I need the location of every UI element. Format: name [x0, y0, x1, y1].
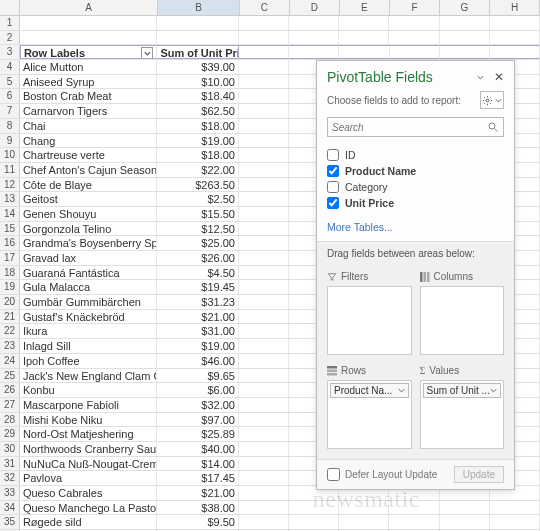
cell-product-name[interactable]: Chartreuse verte: [20, 148, 157, 162]
cell-value[interactable]: $21.00: [157, 310, 239, 324]
row-header-12[interactable]: 12: [0, 178, 20, 192]
row-header-18[interactable]: 18: [0, 266, 20, 280]
cell-value[interactable]: $9.50: [157, 515, 239, 529]
column-header-F[interactable]: F: [390, 0, 440, 15]
cell-value[interactable]: $40.00: [157, 442, 239, 456]
field-item-product-name[interactable]: Product Name: [327, 163, 504, 179]
cell-empty[interactable]: [239, 398, 289, 412]
cell-product-name[interactable]: Guaraná Fantástica: [20, 266, 157, 280]
cell-empty[interactable]: [239, 427, 289, 441]
area-pill[interactable]: Sum of Unit ...: [423, 383, 502, 398]
cell-empty[interactable]: [390, 45, 440, 59]
cell-empty[interactable]: [289, 45, 339, 59]
cell-product-name[interactable]: NuNuCa Nuß-Nougat-Creme: [20, 457, 157, 471]
cell-value[interactable]: $19.45: [157, 280, 239, 294]
row-header-11[interactable]: 11: [0, 163, 20, 177]
cell-product-name[interactable]: Northwoods Cranberry Sauce: [20, 442, 157, 456]
area-columns-body[interactable]: [420, 286, 505, 355]
row-header-24[interactable]: 24: [0, 354, 20, 368]
row-labels-filter-button[interactable]: [141, 47, 153, 59]
cell-product-name[interactable]: Chef Anton's Cajun Seasoning: [20, 163, 157, 177]
cell-value[interactable]: $4.50: [157, 266, 239, 280]
area-values[interactable]: ΣValues Sum of Unit ...: [420, 363, 505, 449]
cell-empty[interactable]: [239, 163, 289, 177]
cell-empty[interactable]: [289, 515, 339, 529]
cell-value[interactable]: $18.00: [157, 148, 239, 162]
cell-value[interactable]: $9.65: [157, 369, 239, 383]
cell-empty[interactable]: [239, 192, 289, 206]
cell-empty[interactable]: [440, 501, 490, 515]
cell-value[interactable]: $25.89: [157, 427, 239, 441]
cell-empty[interactable]: [239, 383, 289, 397]
row-header-29[interactable]: 29: [0, 427, 20, 441]
row-header-20[interactable]: 20: [0, 295, 20, 309]
cell-value[interactable]: $10.00: [157, 75, 239, 89]
field-item-unit-price[interactable]: Unit Price: [327, 195, 504, 211]
row-header-27[interactable]: 27: [0, 398, 20, 412]
cell-empty[interactable]: [239, 369, 289, 383]
cell-product-name[interactable]: Gorgonzola Telino: [20, 222, 157, 236]
row-header-13[interactable]: 13: [0, 192, 20, 206]
row-header-2[interactable]: 2: [0, 31, 20, 45]
cell-empty[interactable]: [289, 501, 339, 515]
cell-empty[interactable]: [339, 31, 389, 45]
cell-value[interactable]: [157, 31, 239, 45]
pane-menu-caret-icon[interactable]: [477, 71, 484, 83]
cell-empty[interactable]: [389, 16, 439, 30]
row-header-30[interactable]: 30: [0, 442, 20, 456]
row-header-8[interactable]: 8: [0, 119, 20, 133]
cell-empty[interactable]: [239, 310, 289, 324]
cell-empty[interactable]: [289, 31, 339, 45]
cell-value[interactable]: $32.00: [157, 398, 239, 412]
row-header-19[interactable]: 19: [0, 280, 20, 294]
cell-empty[interactable]: [440, 45, 490, 59]
cell-value[interactable]: $17.45: [157, 471, 239, 485]
row-header-6[interactable]: 6: [0, 89, 20, 103]
cell-empty[interactable]: [239, 89, 289, 103]
cell-empty[interactable]: [239, 236, 289, 250]
row-header-35[interactable]: 35: [0, 515, 20, 529]
cell-value[interactable]: $21.00: [157, 486, 239, 500]
cell-value[interactable]: $26.00: [157, 251, 239, 265]
select-all-corner[interactable]: [0, 0, 20, 15]
row-header-32[interactable]: 32: [0, 471, 20, 485]
cell-empty[interactable]: [339, 501, 389, 515]
area-filters-body[interactable]: [327, 286, 412, 355]
field-item-id[interactable]: ID: [327, 147, 504, 163]
cell-product-name[interactable]: Mishi Kobe Niku: [20, 413, 157, 427]
cell-empty[interactable]: [339, 16, 389, 30]
cell-empty[interactable]: [289, 16, 339, 30]
area-values-body[interactable]: Sum of Unit ...: [420, 380, 505, 449]
cell-product-name[interactable]: Gustaf's Knäckebröd: [20, 310, 157, 324]
row-header-23[interactable]: 23: [0, 339, 20, 353]
cell-product-name[interactable]: Gumbär Gummibärchen: [20, 295, 157, 309]
cell-empty[interactable]: [239, 354, 289, 368]
cell-product-name[interactable]: Chang: [20, 134, 157, 148]
cell-value[interactable]: $22.00: [157, 163, 239, 177]
row-header-17[interactable]: 17: [0, 251, 20, 265]
cell-empty[interactable]: [239, 280, 289, 294]
more-tables-link[interactable]: More Tables...: [317, 217, 514, 241]
cell-empty[interactable]: [239, 207, 289, 221]
cell-empty[interactable]: [389, 515, 439, 529]
cell-product-name[interactable]: Queso Cabrales: [20, 486, 157, 500]
cell-empty[interactable]: [339, 515, 389, 529]
row-header-31[interactable]: 31: [0, 457, 20, 471]
column-header-C[interactable]: C: [240, 0, 290, 15]
cell-value[interactable]: $25.00: [157, 236, 239, 250]
column-header-E[interactable]: E: [340, 0, 390, 15]
cell-value[interactable]: $97.00: [157, 413, 239, 427]
cell-product-name[interactable]: Gula Malacca: [20, 280, 157, 294]
area-pill[interactable]: Product Na...: [330, 383, 409, 398]
cell-product-name[interactable]: Alice Mutton: [20, 60, 157, 74]
cell-empty[interactable]: [239, 104, 289, 118]
cell-product-name[interactable]: Konbu: [20, 383, 157, 397]
cell-product-name[interactable]: Nord-Ost Matjeshering: [20, 427, 157, 441]
cell-product-name[interactable]: Geitost: [20, 192, 157, 206]
cell-empty[interactable]: [239, 515, 289, 529]
cell-value[interactable]: [157, 16, 239, 30]
cell-product-name[interactable]: Ikura: [20, 324, 157, 338]
row-header-16[interactable]: 16: [0, 236, 20, 250]
cell-product-name[interactable]: Grandma's Boysenberry Spread: [20, 236, 157, 250]
field-checkbox[interactable]: [327, 165, 339, 177]
